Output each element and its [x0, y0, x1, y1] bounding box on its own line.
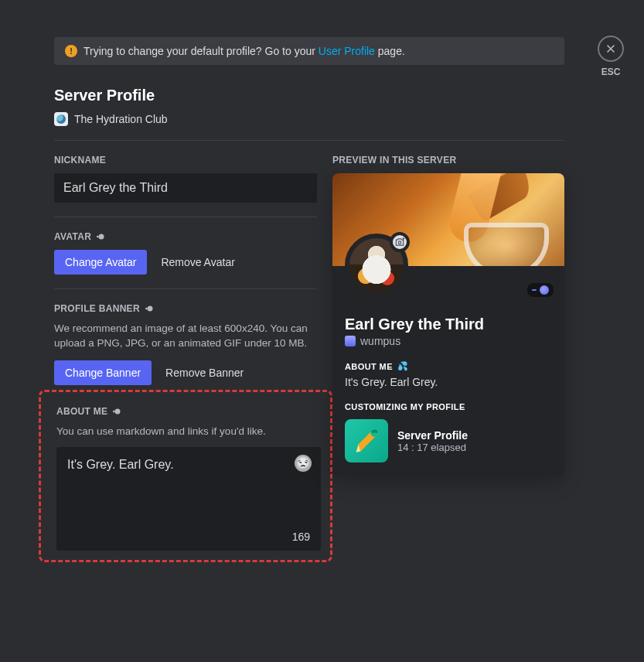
change-avatar-button[interactable]: Change Avatar	[54, 250, 147, 275]
svg-point-12	[375, 432, 377, 433]
about-me-highlight: ABOUT ME You can use markdown and links …	[39, 390, 332, 562]
svg-point-2	[147, 306, 152, 312]
server-icon	[54, 112, 68, 126]
svg-point-0	[99, 234, 104, 240]
notice-suffix: page.	[375, 45, 405, 57]
preview-label: PREVIEW IN THIS SERVER	[332, 155, 564, 166]
preview-about-value: It's Grey. Earl Grey.	[345, 376, 552, 388]
svg-point-4	[115, 408, 121, 414]
bot-icon	[345, 336, 356, 346]
about-char-remaining: 169	[292, 531, 310, 543]
user-profile-link[interactable]: User Profile	[319, 45, 375, 57]
banner-hint: We recommend an image of at least 600x24…	[54, 322, 317, 351]
close-esc[interactable]: ESC	[598, 36, 624, 77]
activity-time: 14 : 17 elapsed	[397, 442, 468, 453]
about-me-field[interactable]: 169	[56, 447, 321, 551]
nitro-badge	[527, 283, 554, 297]
divider	[54, 217, 317, 217]
profile-preview-card: Earl Grey the Third wumpus ABOUT ME 💦 It…	[332, 173, 564, 476]
avatar-upload-button[interactable]	[390, 232, 410, 252]
banner-label: PROFILE BANNER	[54, 303, 317, 314]
warning-icon: !	[65, 45, 77, 57]
divider	[54, 288, 317, 289]
preview-display-name: Earl Grey the Third	[345, 316, 552, 333]
svg-rect-3	[145, 308, 147, 309]
nickname-input[interactable]	[54, 173, 317, 203]
activity-name: Server Profile	[397, 429, 468, 442]
preview-about-label: ABOUT ME 💦	[345, 361, 552, 371]
avatar-label: AVATAR	[54, 231, 317, 242]
esc-label: ESC	[601, 67, 621, 77]
emoji-picker-button[interactable]	[295, 455, 312, 472]
remove-banner-button[interactable]: Remove Banner	[164, 360, 245, 385]
remove-avatar-button[interactable]: Remove Avatar	[159, 250, 236, 275]
nickname-label: NICKNAME	[54, 155, 317, 166]
about-label: ABOUT ME	[56, 406, 321, 417]
profile-change-notice: ! Trying to change your default profile?…	[54, 37, 564, 65]
nitro-icon	[112, 406, 123, 417]
server-name: The Hydration Club	[74, 113, 168, 125]
preview-username: wumpus	[360, 335, 400, 347]
change-banner-button[interactable]: Change Banner	[54, 360, 152, 385]
preview-activity-label: CUSTOMIZING MY PROFILE	[345, 402, 552, 411]
nitro-icon	[96, 231, 107, 242]
close-icon[interactable]	[598, 36, 624, 62]
about-hint: You can use markdown and links if you'd …	[56, 425, 321, 439]
sweat-droplets-icon: 💦	[397, 361, 408, 371]
nitro-icon	[145, 303, 155, 314]
server-context: The Hydration Club	[54, 112, 564, 126]
svg-point-11	[373, 432, 374, 433]
svg-point-6	[398, 241, 401, 244]
page-title: Server Profile	[54, 87, 564, 104]
svg-rect-5	[114, 411, 115, 412]
divider	[54, 140, 564, 141]
svg-rect-1	[97, 236, 98, 237]
about-me-textarea[interactable]	[67, 456, 310, 518]
activity-pencil-icon	[345, 419, 388, 462]
notice-prefix: Trying to change your default profile? G…	[83, 45, 319, 57]
